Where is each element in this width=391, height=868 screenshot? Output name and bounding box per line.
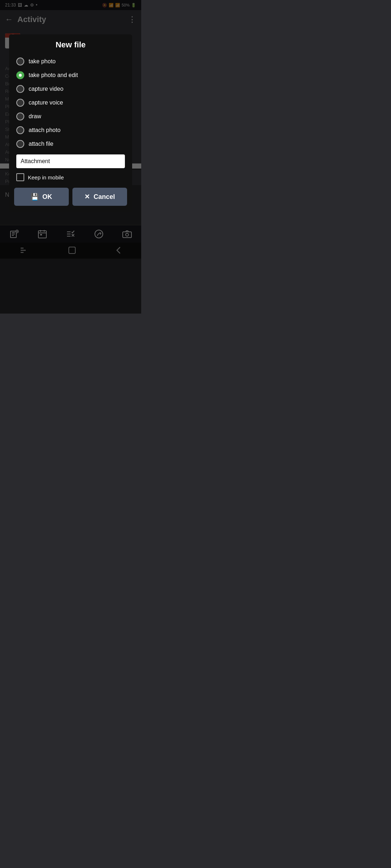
option-draw-label: draw xyxy=(29,113,41,120)
cancel-icon: ✕ xyxy=(84,193,90,201)
keep-in-mobile-checkbox[interactable] xyxy=(16,173,24,181)
option-draw[interactable]: draw xyxy=(16,110,125,123)
option-take-photo-edit-label: take photo and edit xyxy=(29,72,78,78)
option-capture-video-label: capture video xyxy=(29,86,63,92)
radio-draw[interactable] xyxy=(16,112,24,120)
modal-overlay: New file take photo take photo and edit … xyxy=(0,0,141,314)
option-attach-photo-label: attach photo xyxy=(29,127,60,133)
option-take-photo-label: take photo xyxy=(29,58,56,65)
radio-attach-file[interactable] xyxy=(16,140,24,148)
attachment-name-input[interactable] xyxy=(16,154,125,168)
option-take-photo-edit[interactable]: take photo and edit xyxy=(16,68,125,82)
option-capture-voice-label: capture voice xyxy=(29,99,63,106)
option-attach-file-label: attach file xyxy=(29,141,53,147)
radio-capture-voice[interactable] xyxy=(16,99,24,107)
cancel-label: Cancel xyxy=(93,193,115,201)
attachment-name-field-wrap xyxy=(9,151,132,171)
keep-in-mobile-row[interactable]: Keep in mobile xyxy=(9,171,132,185)
radio-take-photo[interactable] xyxy=(16,58,24,65)
option-capture-video[interactable]: capture video xyxy=(16,82,125,96)
modal-title: New file xyxy=(9,34,132,55)
option-attach-photo[interactable]: attach photo xyxy=(16,123,125,137)
ok-label: OK xyxy=(42,193,52,201)
save-icon: 💾 xyxy=(31,193,39,201)
cancel-button[interactable]: ✕ Cancel xyxy=(72,188,127,206)
option-attach-file[interactable]: attach file xyxy=(16,137,125,151)
radio-take-photo-edit[interactable] xyxy=(16,71,24,79)
radio-capture-video[interactable] xyxy=(16,85,24,93)
keep-in-mobile-label: Keep in mobile xyxy=(28,174,64,180)
ok-button[interactable]: 💾 OK xyxy=(14,188,69,206)
new-file-modal: New file take photo take photo and edit … xyxy=(9,34,132,212)
modal-action-buttons: 💾 OK ✕ Cancel xyxy=(9,185,132,207)
option-take-photo[interactable]: take photo xyxy=(16,55,125,68)
option-capture-voice[interactable]: capture voice xyxy=(16,96,125,110)
file-type-options: take photo take photo and edit capture v… xyxy=(9,55,132,151)
radio-attach-photo[interactable] xyxy=(16,126,24,134)
